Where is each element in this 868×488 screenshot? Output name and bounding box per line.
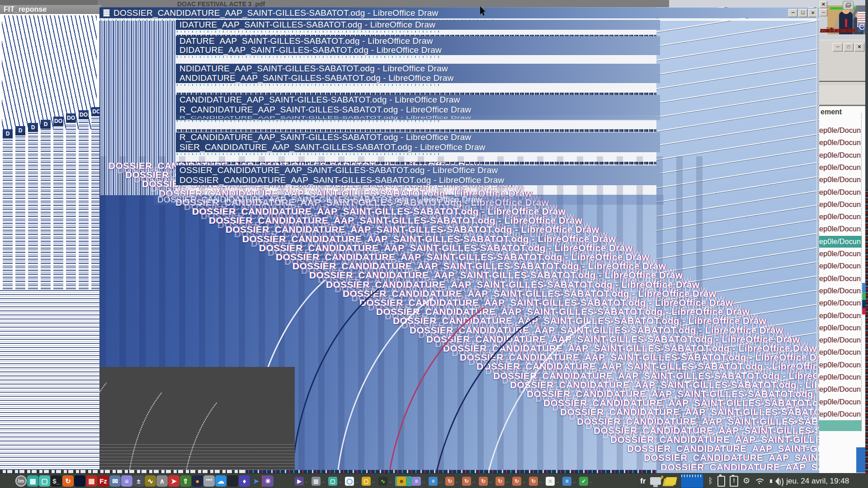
file-list-item[interactable]: ep0le/Docun [819,310,862,322]
launcher-updater[interactable]: ↻ [62,475,74,487]
clipboard-icon[interactable]: ! [730,476,738,487]
file-list-item[interactable]: ep0le/Docun [819,199,862,211]
taskbutton-folder-window[interactable]: ▢.. [362,476,375,486]
launcher-cloud-app[interactable]: ☁ [215,475,226,487]
file-list-item[interactable]: ep0le/Docun [819,322,862,334]
launcher-quotes-tool[interactable]: '''' [203,475,215,487]
minimize-button[interactable]: ─ [788,9,797,17]
taskbutton-files-window[interactable]: ▢.. [328,476,342,486]
launcher-pin-tool[interactable]: ➤ [250,475,263,487]
taskbutton-label: .. [339,479,342,483]
fragment-body-glitch [79,119,89,289]
maximize-icon[interactable]: □ [844,43,854,52]
bluetooth-icon[interactable]: ᛒ [708,474,713,488]
file-list-item[interactable]: ep0le/Docun [819,273,862,285]
doc-white-icon: ≡ [546,477,555,486]
file-list-item[interactable]: ep0le/Docun [819,211,862,223]
minimize-icon[interactable]: ─ [820,9,827,16]
wifi-icon[interactable] [755,478,765,485]
close-icon[interactable]: ✕ [854,43,864,52]
taskbutton-media-player[interactable]: ▶.. [295,476,308,486]
file-list-item[interactable]: ep0le/Docun [819,260,862,272]
window-preview[interactable] [681,474,703,488]
file-list-item[interactable]: ep0le/Docun [819,150,862,161]
taskbutton-draw-doc-3[interactable]: ↻.. [479,476,492,486]
launcher-ink-pen[interactable]: ♦ [239,475,250,487]
file-list-item[interactable]: ep0le/Docun [819,334,862,346]
window-fragment-column: D [41,120,51,289]
file-list-item[interactable]: ep0le/Docun [819,187,862,198]
maximize-button[interactable]: □ [798,9,807,17]
taskbutton-label: .. [407,479,410,483]
taskbutton-messenger[interactable]: ◯.. [345,476,359,486]
background-window-title: DOAC FESTIVAL ACTE 3 .pdf [177,0,265,8]
settings-gear-icon[interactable]: ⚙ [743,474,750,488]
launcher-mail[interactable]: ✉ [109,475,121,487]
file-list-item[interactable]: ep0le/Docun [819,359,862,371]
taskbutton-doc-white[interactable]: ≡.. [546,476,559,486]
launcher-filezilla[interactable]: Fz [98,475,109,487]
file-list-item[interactable]: ep0le/Docun [819,137,862,149]
taskbutton-label: .. [573,479,576,483]
taskbutton-doc-purple[interactable]: ≡.. [412,476,425,486]
launcher-export-tool[interactable]: ⇧ [180,475,191,487]
file-list-item[interactable]: ep0le/Docun [819,347,862,358]
window-edge [816,7,818,473]
taskbutton-doc-blue-2[interactable]: ≡.. [562,476,576,486]
file-list-item[interactable]: ep0le/Docun [819,297,862,309]
display-settings-icon[interactable] [650,477,661,485]
taskbutton-contacts-window[interactable]: ☻.. [395,476,412,486]
launcher-marker[interactable]: ➤ [168,475,179,487]
taskbutton-shield-window[interactable]: ✓.. [579,476,593,486]
file-list-item[interactable]: ep0le/Docun [819,408,862,420]
sticky-notes-icon[interactable] [665,477,677,485]
doc-purple-icon: ≡ [412,477,421,486]
minimize-icon[interactable]: ─ [833,43,843,52]
taskbutton-draw-doc-2[interactable]: ↻.. [462,476,476,486]
launcher-pipe-tool[interactable]: ∿ [145,475,156,487]
clock[interactable]: jeu. 24 avril, 19:48 [786,477,849,486]
fragment-body-glitch [53,126,63,289]
launcher-color-picker[interactable]: ∧ [156,475,168,487]
fragment-body-glitch [28,132,38,289]
taskbutton-doc-blue[interactable]: ≡.. [429,476,442,486]
launcher-notes-app[interactable]: ≡ [121,475,132,487]
file-list-item[interactable]: ep0le/Docun [819,174,862,186]
file-list-item[interactable]: ep0le/Docun [819,162,862,174]
window-fragment-column: D [3,129,13,289]
launcher-image-viewer[interactable] [74,475,85,487]
volume-icon[interactable] [770,477,782,486]
taskbutton-draw-doc-4[interactable]: ↻.. [495,476,509,486]
taskbutton-draw-doc-5[interactable]: ↻.. [512,476,526,486]
close-icon[interactable]: ✕ [820,1,827,8]
file-list-item[interactable]: ep0le/Docun [819,371,862,383]
taskbutton-system-monitor[interactable]: ∿.. [378,476,392,486]
draw-window-titlebar[interactable]: DOSSIER_CANDIDATURE_AAP_SAINT-GILLES-SAB… [99,8,823,18]
launcher-calculator[interactable]: ± [133,475,144,487]
file-list-item[interactable]: ep0le/Docun [819,248,862,260]
launcher-desktop[interactable]: ▦ [27,475,38,487]
file-list-item[interactable]: ep0le/Docun [819,396,862,408]
close-button[interactable]: ✕ [808,9,817,17]
background-window-titlebar[interactable]: DOAC FESTIVAL ACTE 3 .pdf [98,0,669,8]
file-list-item[interactable]: ep0le/Docun [819,285,862,297]
launcher-qr-scanner[interactable]: ▩ [86,475,97,487]
doc-blue-2-icon: ≡ [562,477,571,486]
launcher-file-manager[interactable]: ▢ [39,475,50,487]
launcher-mint-menu[interactable]: lm [15,475,27,487]
taskbutton-image-window[interactable]: ▧.. [311,476,325,486]
keyboard-layout-indicator[interactable]: fr [640,477,646,486]
file-list-item[interactable]: ep0le/Docun [819,384,862,395]
file-list-item[interactable]: ep0le/Docun [819,223,862,235]
launcher-network-share[interactable]: ✳ [262,475,274,487]
shield-window-icon: ✓ [579,477,588,486]
taskbutton-draw-doc-1[interactable]: ↻.. [445,476,459,486]
launcher-cyberduck[interactable]: ● [192,475,203,487]
launcher-terminal[interactable]: $_ [51,475,62,487]
taskbutton-draw-doc-6[interactable]: ↻.. [529,476,542,486]
battery-icon[interactable] [717,476,725,487]
launcher-weave-tool[interactable] [227,475,238,487]
file-list-item[interactable]: ep0le/Docun [819,125,862,136]
fit-reponse-titlebar[interactable]: FIT_reponse [0,5,101,14]
file-list-item[interactable]: ep0le/Docun [819,236,862,248]
